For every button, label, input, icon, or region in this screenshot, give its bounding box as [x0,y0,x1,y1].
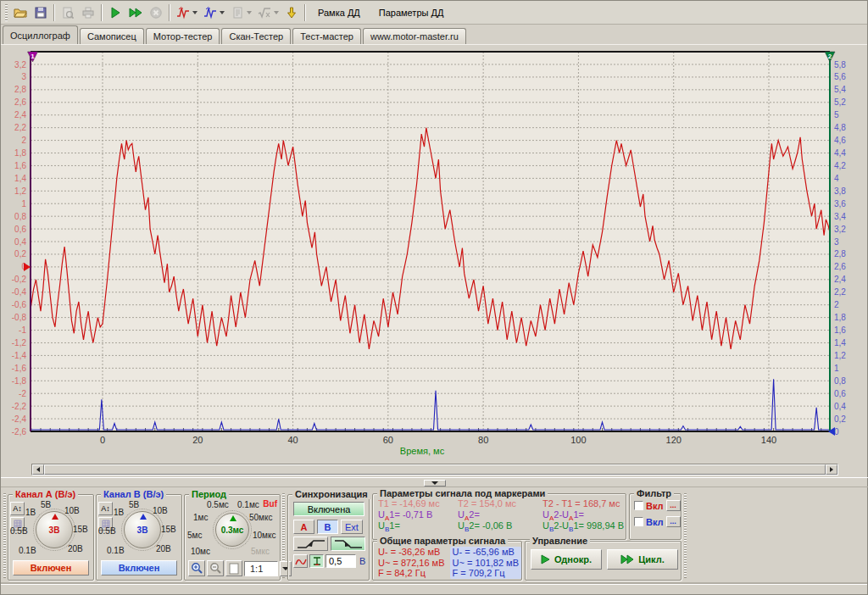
play-double-icon [129,6,142,19]
filter-settings-button[interactable]: ... [666,500,681,511]
zoom-out-icon [209,562,222,575]
tab-website[interactable]: www.motor-master.ru [363,28,466,44]
rising-edge-icon [296,538,326,549]
left-axis-label: 3,2 [14,60,26,70]
sync-auto-level-button[interactable] [293,554,308,568]
measurement-value: U~ = 872,16 мВ [378,558,445,569]
marker-measurement: T2 = 154,0 мс [458,498,541,509]
sync-level-input[interactable] [326,554,356,568]
filter-checkbox[interactable] [634,517,643,526]
math-menu-button[interactable] [254,3,281,22]
single-run-button[interactable]: Однокр. [531,549,602,570]
level-marker-icon [311,556,323,567]
params-dd-button[interactable]: Параметры ДД [370,3,453,22]
knob-pointer-icon [140,514,147,520]
collapse-panel-button[interactable] [424,480,446,487]
period-knob[interactable]: 0.3мс [215,513,249,547]
filter-settings-button[interactable]: ... [666,516,681,527]
right-axis-label: 3,4 [834,212,846,221]
knob-scale-label: 0.5В [10,526,28,536]
report-menu-button[interactable] [227,3,254,22]
report-icon [231,6,244,19]
print-button[interactable] [78,3,98,22]
start-button[interactable] [105,3,125,22]
left-axis-label: -0,6 [12,300,27,309]
filter-label: Вкл [646,517,664,527]
knob-scale-label: 10В [153,506,168,515]
knob-scale-label: 20В [156,544,171,553]
tab-recorder[interactable]: Самописец [80,28,144,44]
chevron-down-icon [247,11,252,14]
channel-a-enabled-button[interactable]: Включен [13,560,89,576]
sync-manual-level-button[interactable] [309,554,324,568]
zoom-in-button[interactable] [188,560,205,576]
right-axis-label: 2,6 [834,262,846,271]
falling-edge-button[interactable] [331,537,365,551]
tab-bar: ОсциллографСамописецМотор-тестерСкан-Тес… [1,25,867,45]
frame-dd-button[interactable]: Рамка ДД [309,3,370,22]
measurement-value: F = 84,2 Гц [378,568,445,579]
channel-b-menu-button[interactable] [200,3,227,22]
measurement-value: U- = -36,26 мВ [378,547,445,558]
channel-a-knob-area: А↕ 3В 5В10В15В20В0.1В0.5В1В [8,500,93,559]
print-preview-button[interactable] [58,3,78,22]
right-axis-label: 1,6 [834,325,846,335]
rising-edge-button[interactable] [293,537,328,551]
right-axis-label: 3,6 [834,199,846,209]
scroll-thumb[interactable] [44,464,826,475]
tab-oscilloscope[interactable]: Осциллограф [3,25,78,44]
probe-button[interactable] [281,3,302,22]
chart-horizontal-scrollbar[interactable] [31,464,838,475]
sync-source-src-a[interactable]: А [293,520,314,534]
channel-a-zero-arrow[interactable] [24,263,31,271]
scroll-right-button[interactable] [826,464,837,475]
oscilloscope-chart[interactable]: 3,25,835,62,85,42,65,22,452,24,824,61,84… [1,45,868,464]
toolbar-gripper[interactable] [5,4,8,21]
marker-measurement: UА2= [458,509,541,520]
channel-b-enabled-button[interactable]: Включен [101,560,177,576]
knob-scale-label: 0.1В [107,546,125,555]
tab-test-master[interactable]: Тест-мастер [292,28,361,44]
zoom-out-button[interactable] [207,560,224,576]
period-value: 0.3мс [221,525,244,535]
knob-scale-label: 10мкс [253,531,276,540]
right-axis-label: 1,8 [834,313,846,322]
chart-canvas[interactable]: 3,25,835,62,85,42,65,22,452,24,824,61,84… [1,45,868,464]
save-button[interactable] [31,3,51,22]
channel-a-scale-value: 3В [49,525,60,535]
channel-b-scale-knob[interactable]: 3В [124,511,161,548]
knob-scale-label: 1В [25,508,36,517]
x-tick-label: 60 [383,435,393,445]
channel-a-scale-knob[interactable]: 3В [36,511,73,548]
channel-b-autoscale-button[interactable]: А↕ [98,502,113,515]
scale-ratio-value: 1:1 [244,561,278,576]
reset-view-button[interactable] [225,560,242,576]
marker-params-group: Параметры сигнала под маркерами T1 = -14… [372,493,626,540]
x-tick-label: 100 [570,435,586,445]
sync-source-src-b[interactable]: В [317,520,338,534]
sync-enabled-button[interactable]: Включена [293,502,364,516]
cycle-run-button[interactable]: Цикл. [607,549,678,570]
channel-a-menu-button[interactable] [173,3,200,22]
tab-motor-tester[interactable]: Мотор-тестер [146,28,220,44]
start-cycle-button[interactable] [125,3,146,22]
x-axis-title: Время, мс [400,446,445,456]
sync-source-src-ext[interactable]: Ext [341,520,363,534]
toolbar-separator [101,4,103,21]
panel-gripper[interactable] [3,493,6,578]
x-tick-label: 20 [192,435,203,445]
open-button[interactable] [10,3,31,22]
panel-gripper[interactable] [684,493,687,578]
scroll-left-button[interactable] [32,464,44,475]
zoom-in-icon [191,562,203,575]
channel-a-autoscale-button[interactable]: А↕ [10,502,25,515]
right-axis-label: 4,6 [834,136,846,145]
stop-button[interactable] [146,3,166,22]
tab-scan-tester[interactable]: Скан-Тестер [221,28,291,44]
panel-splitter[interactable] [1,477,868,487]
general-params-cols: U- = -36,26 мВU~ = 872,16 мВF = 84,2 Гц … [378,547,521,579]
left-axis-label: 0,8 [14,212,26,221]
filter-checkbox[interactable] [634,501,643,510]
measurement-value: F = 709,2 Гц [453,568,520,579]
left-axis-label: -2,4 [12,414,27,424]
